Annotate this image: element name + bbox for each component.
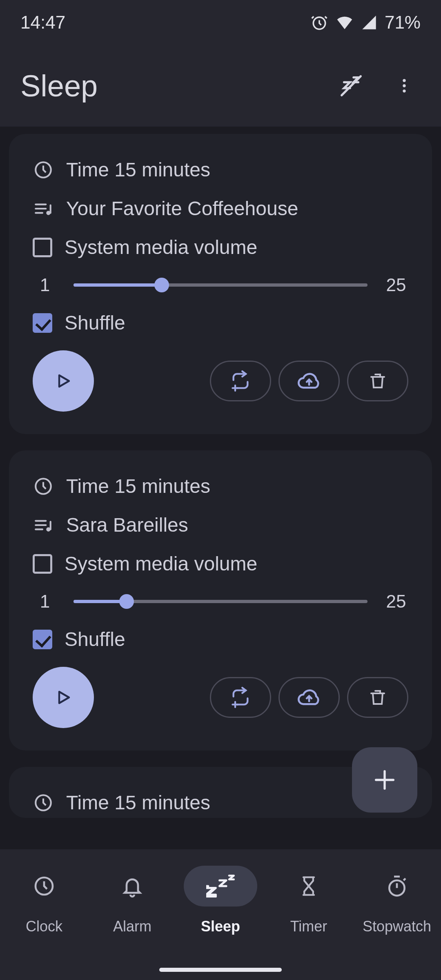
play-button[interactable] bbox=[33, 667, 94, 728]
hourglass-icon bbox=[298, 875, 319, 898]
nav-label: Timer bbox=[290, 918, 327, 935]
wifi-icon bbox=[336, 13, 354, 31]
svg-point-3 bbox=[403, 84, 405, 87]
overflow-menu-button[interactable] bbox=[388, 69, 421, 102]
clock-icon bbox=[33, 875, 56, 898]
nav-label: Alarm bbox=[113, 918, 151, 935]
nav-label: Clock bbox=[26, 918, 62, 935]
svg-line-1 bbox=[342, 76, 361, 96]
sleep-toggle-button[interactable] bbox=[335, 69, 368, 102]
nav-label: Sleep bbox=[201, 918, 240, 935]
app-bar: Sleep bbox=[0, 45, 441, 127]
system-volume-label: System media volume bbox=[65, 236, 257, 258]
slider-min: 1 bbox=[33, 275, 57, 295]
content-scroll[interactable]: Time 15 minutes Your Favorite Coffeehous… bbox=[0, 134, 441, 818]
nav-stopwatch[interactable]: Stopwatch bbox=[358, 866, 436, 935]
stopwatch-icon bbox=[385, 875, 408, 898]
page-title: Sleep bbox=[20, 69, 98, 103]
delete-button[interactable] bbox=[347, 677, 408, 718]
status-battery: 71% bbox=[385, 12, 421, 33]
card-playlist-label[interactable]: Sara Bareilles bbox=[66, 514, 188, 536]
play-button[interactable] bbox=[33, 350, 94, 412]
nav-label: Stopwatch bbox=[363, 918, 431, 935]
sleep-sound-card: Time 15 minutes Sara Bareilles System me… bbox=[9, 450, 432, 751]
system-volume-checkbox[interactable] bbox=[33, 554, 52, 574]
bell-icon bbox=[121, 875, 144, 898]
home-indicator[interactable] bbox=[159, 968, 282, 972]
nav-sleep[interactable]: Sleep bbox=[182, 866, 259, 935]
card-time-label[interactable]: Time 15 minutes bbox=[66, 475, 210, 497]
cell-signal-icon bbox=[361, 14, 377, 31]
bottom-nav: Clock Alarm Sleep Timer Stopwatch bbox=[0, 849, 441, 980]
shuffle-label: Shuffle bbox=[65, 628, 125, 650]
upload-button[interactable] bbox=[278, 677, 340, 718]
playlist-icon bbox=[33, 198, 54, 219]
nav-clock[interactable]: Clock bbox=[5, 866, 83, 935]
system-volume-label: System media volume bbox=[65, 552, 257, 575]
alarm-set-icon bbox=[310, 13, 328, 31]
status-right: 71% bbox=[310, 12, 421, 33]
repeat-button[interactable] bbox=[210, 677, 271, 718]
upload-button[interactable] bbox=[278, 361, 340, 401]
slider-max: 25 bbox=[384, 591, 408, 612]
system-volume-checkbox[interactable] bbox=[33, 238, 52, 257]
slider-min: 1 bbox=[33, 591, 57, 612]
status-time: 14:47 bbox=[20, 12, 65, 33]
playlist-icon bbox=[33, 514, 54, 536]
clock-icon bbox=[33, 159, 54, 180]
shuffle-checkbox[interactable] bbox=[33, 630, 52, 649]
shuffle-label: Shuffle bbox=[65, 312, 125, 334]
delete-button[interactable] bbox=[347, 361, 408, 401]
add-button[interactable] bbox=[352, 747, 417, 813]
slider-max: 25 bbox=[384, 275, 408, 295]
svg-point-4 bbox=[403, 89, 405, 92]
volume-slider[interactable] bbox=[74, 593, 368, 610]
card-time-label[interactable]: Time 15 minutes bbox=[66, 791, 210, 814]
clock-icon bbox=[33, 792, 54, 813]
svg-point-2 bbox=[403, 79, 405, 82]
status-bar: 14:47 71% bbox=[0, 0, 441, 45]
card-playlist-label[interactable]: Your Favorite Coffeehouse bbox=[66, 197, 298, 220]
sleep-zzz-icon bbox=[206, 875, 235, 898]
shuffle-checkbox[interactable] bbox=[33, 313, 52, 333]
clock-icon bbox=[33, 476, 54, 497]
nav-alarm[interactable]: Alarm bbox=[94, 866, 171, 935]
nav-timer[interactable]: Timer bbox=[270, 866, 347, 935]
repeat-button[interactable] bbox=[210, 361, 271, 401]
card-time-label[interactable]: Time 15 minutes bbox=[66, 158, 210, 181]
sleep-sound-card: Time 15 minutes Your Favorite Coffeehous… bbox=[9, 134, 432, 434]
volume-slider[interactable] bbox=[74, 277, 368, 293]
